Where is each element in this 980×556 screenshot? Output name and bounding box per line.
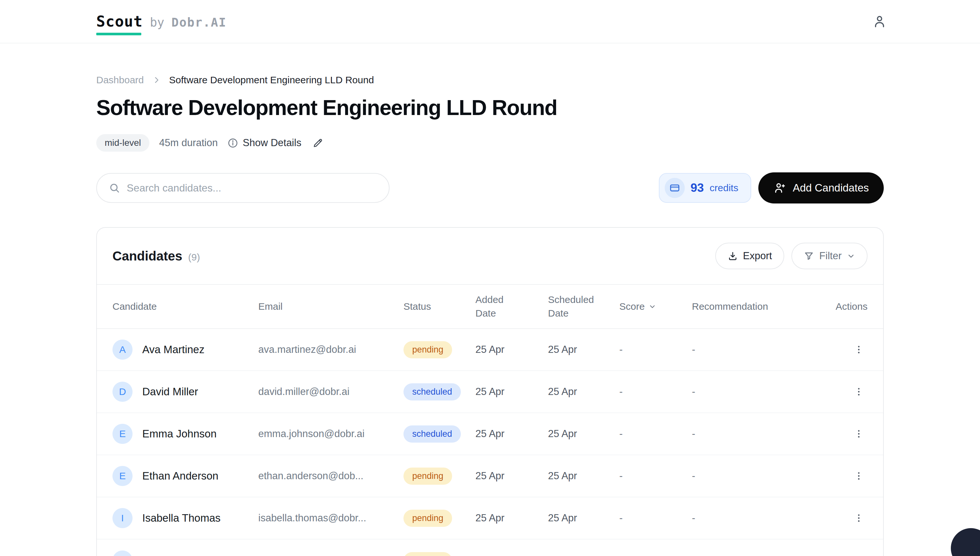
breadcrumb: Dashboard Software Development Engineeri… <box>96 74 884 86</box>
added-date: 25 Apr <box>475 470 548 482</box>
avatar: D <box>112 382 133 402</box>
added-date: 25 Apr <box>475 555 548 556</box>
table-row[interactable]: I Isabella Thomas isabella.thomas@dobr..… <box>97 497 883 540</box>
avatar: A <box>112 339 133 360</box>
score-value: - <box>619 428 692 440</box>
kebab-icon <box>853 428 864 440</box>
add-candidates-label: Add Candidates <box>793 182 869 194</box>
added-date: 25 Apr <box>475 512 548 524</box>
score-value: - <box>619 470 692 482</box>
page-title: Software Development Engineering LLD Rou… <box>96 95 884 120</box>
user-icon <box>872 14 887 29</box>
avatar: E <box>112 424 133 444</box>
row-actions-button[interactable] <box>850 509 868 527</box>
pencil-icon <box>312 137 323 149</box>
export-label: Export <box>743 250 772 262</box>
status-badge: pending <box>403 341 452 358</box>
row-actions-button[interactable] <box>850 425 868 443</box>
candidate-name: James Wilson <box>142 554 209 556</box>
column-header-actions: Actions <box>834 301 868 312</box>
column-header-candidate: Candidate <box>112 301 258 312</box>
candidates-count: (9) <box>188 252 200 263</box>
kebab-icon <box>853 344 864 355</box>
filter-label: Filter <box>819 250 842 262</box>
show-details-button[interactable]: Show Details <box>228 137 301 149</box>
card-header: Candidates (9) Export <box>97 228 883 284</box>
column-header-email: Email <box>258 301 403 312</box>
funnel-icon <box>804 251 814 261</box>
candidate-name: David Miller <box>142 386 198 398</box>
status-badge: pending <box>403 510 452 527</box>
recommendation-value: - <box>692 470 834 482</box>
breadcrumb-current: Software Development Engineering LLD Rou… <box>169 74 374 86</box>
duration-text: 45m duration <box>159 137 218 149</box>
row-actions-button[interactable] <box>850 383 868 401</box>
edit-round-button[interactable] <box>312 137 323 149</box>
brand-dobr-ai: Dobr.AI <box>171 16 226 29</box>
column-header-score[interactable]: Score <box>619 301 692 312</box>
added-date: 25 Apr <box>475 344 548 356</box>
column-header-status: Status <box>403 301 475 312</box>
download-icon <box>728 251 738 261</box>
search-icon <box>108 182 120 194</box>
recommendation-value: - <box>692 386 834 398</box>
sort-chevron-down-icon <box>648 302 656 310</box>
table-row[interactable]: D David Miller david.miller@dobr.ai sche… <box>97 371 883 413</box>
status-badge: pending <box>403 552 452 556</box>
round-meta-row: mid-level 45m duration Show Details <box>96 134 884 152</box>
row-actions-button[interactable] <box>850 552 868 556</box>
brand-logo[interactable]: Scout by Dobr.AI <box>96 13 226 30</box>
recommendation-value: - <box>692 555 834 556</box>
level-badge: mid-level <box>96 134 149 152</box>
brand-scout: Scout <box>96 13 142 30</box>
table-row[interactable]: E Emma Johnson emma.johnson@dobr.ai sche… <box>97 413 883 455</box>
score-value: - <box>619 555 692 556</box>
user-profile-button[interactable] <box>872 14 887 29</box>
column-header-scheduled-date: Scheduled Date <box>548 293 586 320</box>
add-candidates-button[interactable]: Add Candidates <box>758 172 884 204</box>
avatar: I <box>112 508 133 528</box>
score-value: - <box>619 344 692 356</box>
right-controls: 93 credits Add Candidates <box>659 172 884 204</box>
scheduled-date: 25 Apr <box>548 512 619 524</box>
brand-by: by <box>150 16 164 29</box>
avatar: J <box>112 551 133 556</box>
breadcrumb-dashboard-link[interactable]: Dashboard <box>96 74 144 86</box>
column-header-recommendation: Recommendation <box>692 301 834 312</box>
candidate-email: james.wilson@dobr.ai <box>258 555 403 556</box>
scheduled-date: 25 Apr <box>548 428 619 440</box>
table-row[interactable]: J James Wilson james.wilson@dobr.ai pend… <box>97 540 883 556</box>
status-badge: pending <box>403 467 452 485</box>
avatar: E <box>112 466 133 486</box>
candidate-name: Isabella Thomas <box>142 512 221 524</box>
search-input[interactable] <box>127 182 377 194</box>
status-badge: scheduled <box>403 425 461 443</box>
score-value: - <box>619 512 692 524</box>
candidate-email: isabella.thomas@dobr... <box>258 512 403 524</box>
row-actions-button[interactable] <box>850 341 868 358</box>
row-actions-button[interactable] <box>850 467 868 485</box>
table-row[interactable]: A Ava Martinez ava.martinez@dobr.ai pend… <box>97 329 883 371</box>
top-bar: Scout by Dobr.AI <box>0 0 980 44</box>
info-icon <box>228 138 238 149</box>
candidate-email: ethan.anderson@dob... <box>258 470 403 482</box>
show-details-label: Show Details <box>243 137 301 149</box>
export-button[interactable]: Export <box>715 243 784 269</box>
candidates-heading: Candidates <box>112 249 183 263</box>
chevron-right-icon <box>152 76 161 84</box>
kebab-icon <box>853 512 864 524</box>
kebab-icon <box>853 386 864 397</box>
main-content: Dashboard Software Development Engineeri… <box>0 44 980 556</box>
search-box[interactable] <box>96 173 390 203</box>
candidate-email: david.miller@dobr.ai <box>258 386 403 398</box>
candidate-name: Ethan Anderson <box>142 470 218 482</box>
candidate-name: Ava Martinez <box>142 343 204 356</box>
credits-count: 93 <box>691 181 704 195</box>
filter-button[interactable]: Filter <box>791 243 868 269</box>
table-row[interactable]: E Ethan Anderson ethan.anderson@dob... p… <box>97 455 883 497</box>
candidates-card: Candidates (9) Export <box>96 227 884 556</box>
recommendation-value: - <box>692 344 834 356</box>
added-date: 25 Apr <box>475 386 548 398</box>
scheduled-date: 25 Apr <box>548 470 619 482</box>
credits-chip[interactable]: 93 credits <box>659 173 752 203</box>
